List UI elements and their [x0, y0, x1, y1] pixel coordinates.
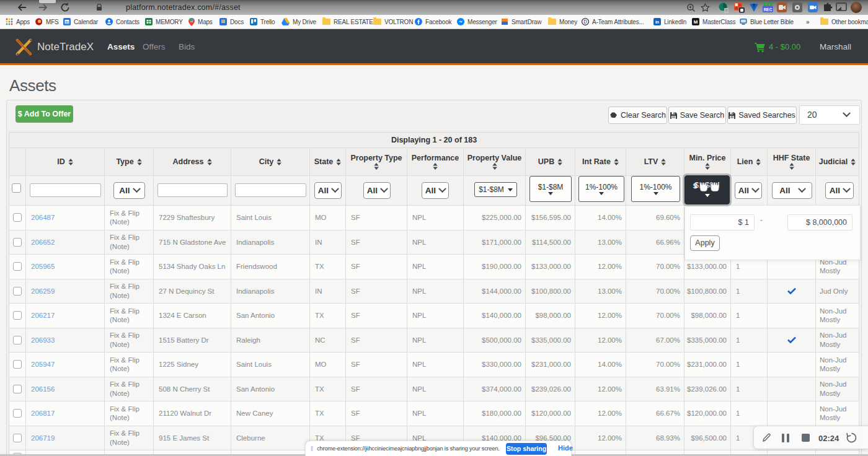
svg-text:REC: REC	[764, 7, 773, 12]
svg-text:in: in	[655, 20, 659, 24]
svg-text:$: $	[693, 182, 697, 190]
svg-text:M: M	[694, 19, 698, 25]
svg-text:D: D	[583, 19, 587, 25]
svg-text:31: 31	[65, 20, 69, 24]
